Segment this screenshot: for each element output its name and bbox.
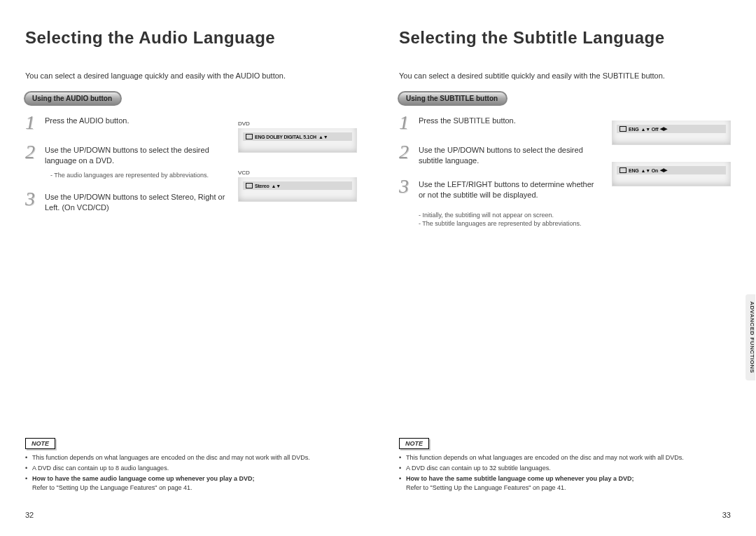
osd-bar-dvd: ENG DOLBY DIGITAL 5.1CH ▲▼	[243, 132, 352, 141]
note-box-right: NOTE •This function depends on what lang…	[399, 436, 731, 494]
subtitle-icon	[620, 167, 626, 173]
updown-icon: ▲▼	[272, 184, 281, 188]
step-1-right: 1 Press the SUBTITLE button.	[399, 113, 602, 132]
note-item: This function depends on what languages …	[406, 453, 684, 462]
page-number-right: 33	[722, 511, 731, 519]
step-num-2-icon: 2	[25, 142, 45, 162]
substeps-right: - Initially, the subtitling will not app…	[419, 211, 602, 228]
step-text: Use the UP/DOWN buttons to select the de…	[419, 142, 602, 167]
intro-left: You can select a desired language quickl…	[25, 71, 357, 80]
screen-sub-off: ENG ▲▼ Off ◀▶	[612, 121, 731, 145]
note-list: •This function depends on what languages…	[399, 453, 731, 493]
screen-sub-on: ENG ▲▼ On ◀▶	[612, 162, 731, 186]
osd-bar-on: ENG ▲▼ On ◀▶	[617, 166, 726, 174]
page-number-left: 32	[25, 511, 34, 519]
step-1-left: 1 Press the AUDIO button.	[25, 113, 228, 132]
screen-label-vcd: VCD	[238, 170, 357, 176]
note-list: •This function depends on what languages…	[25, 453, 357, 493]
note-label: NOTE	[399, 438, 429, 449]
substep-item: - Initially, the subtitling will not app…	[419, 211, 602, 219]
substep: - The audio languages are represented by…	[50, 171, 228, 179]
step-text: Use the UP/DOWN buttons to select the de…	[45, 142, 228, 179]
osd-bar-vcd: Stereo ▲▼	[243, 181, 352, 190]
updown-icon: ▲▼	[641, 127, 650, 132]
note-item: How to have the same subtitle language c…	[406, 474, 634, 493]
note-sub: Refer to "Setting Up the Language Featur…	[32, 484, 192, 491]
steps-col-left: 1 Press the AUDIO button. 2 Use the UP/D…	[25, 113, 228, 214]
screen-dvd: ENG DOLBY DIGITAL 5.1CH ▲▼	[238, 128, 357, 153]
step-text: Use the UP/DOWN buttons to select Stereo…	[45, 189, 228, 214]
step-2-right: 2 Use the UP/DOWN buttons to select the …	[399, 142, 602, 167]
page-spread: Selecting the Audio Language You can sel…	[0, 0, 756, 536]
intro-right: You can select a desired subtitle quickl…	[399, 71, 731, 80]
leftright-icon: ◀▶	[660, 126, 667, 132]
screens-right: ENG ▲▼ Off ◀▶ ENG ▲▼ On ◀▶	[612, 121, 731, 203]
section-pill-audio: Using the AUDIO button	[24, 91, 122, 106]
step-text: Use the LEFT/RIGHT buttons to determine …	[419, 177, 602, 201]
substep-item: - The subtitle languages are represented…	[419, 219, 602, 228]
osd-text-lang: ENG	[629, 127, 639, 132]
subtitle-icon	[620, 126, 626, 132]
step-3-left: 3 Use the UP/DOWN buttons to select Ster…	[25, 189, 228, 214]
speaker-icon	[246, 134, 253, 139]
page-left: Selecting the Audio Language You can sel…	[0, 0, 378, 536]
osd-text-state: Off	[652, 127, 659, 132]
page-right: Selecting the Subtitle Language You can …	[378, 0, 756, 536]
title-right: Selecting the Subtitle Language	[399, 28, 731, 48]
note-item: A DVD disc can contain up to 8 audio lan…	[32, 464, 169, 473]
step-2-left: 2 Use the UP/DOWN buttons to select the …	[25, 142, 228, 179]
step-num-3-icon: 3	[25, 189, 45, 209]
step-num-2-icon: 2	[399, 142, 419, 162]
step-text: Press the SUBTITLE button.	[419, 113, 516, 126]
screen-label-dvd: DVD	[238, 121, 357, 127]
note-label: NOTE	[25, 438, 55, 449]
osd-text-state: On	[652, 168, 658, 173]
step-text: Press the AUDIO button.	[45, 113, 129, 126]
section-tab: ADVANCED FUNCTIONS	[746, 294, 755, 380]
osd-bar-off: ENG ▲▼ Off ◀▶	[617, 125, 726, 133]
screen-vcd: Stereo ▲▼	[238, 177, 357, 202]
osd-text: ENG DOLBY DIGITAL 5.1CH	[255, 135, 316, 139]
screens-left: DVD ENG DOLBY DIGITAL 5.1CH ▲▼ VCD Stere…	[238, 121, 357, 219]
updown-icon: ▲▼	[318, 135, 328, 139]
step-3-right: 3 Use the LEFT/RIGHT buttons to determin…	[399, 177, 602, 201]
osd-text: Stereo	[255, 184, 270, 188]
step-num-3-icon: 3	[399, 177, 419, 196]
section-pill-subtitle: Using the SUBTITLE button	[398, 91, 507, 106]
note-box-left: NOTE •This function depends on what lang…	[25, 436, 357, 494]
osd-text-lang: ENG	[629, 168, 639, 173]
step-num-1-icon: 1	[25, 113, 45, 132]
note-bold: How to have the same audio language come…	[32, 475, 255, 482]
title-left: Selecting the Audio Language	[25, 28, 357, 48]
step-text-inner: Use the UP/DOWN buttons to select the de…	[45, 146, 209, 165]
steps-col-right: 1 Press the SUBTITLE button. 2 Use the U…	[399, 113, 602, 228]
speaker-icon	[246, 183, 253, 188]
note-item: How to have the same audio language come…	[32, 474, 255, 493]
note-item: A DVD disc can contain up to 32 subtitle…	[406, 464, 551, 473]
note-bold: How to have the same subtitle language c…	[406, 475, 634, 482]
leftright-icon: ◀▶	[660, 167, 667, 173]
step-num-1-icon: 1	[399, 113, 419, 132]
note-sub: Refer to "Setting Up the Language Featur…	[406, 484, 566, 491]
updown-icon: ▲▼	[641, 168, 650, 173]
note-item: This function depends on what languages …	[32, 453, 310, 462]
